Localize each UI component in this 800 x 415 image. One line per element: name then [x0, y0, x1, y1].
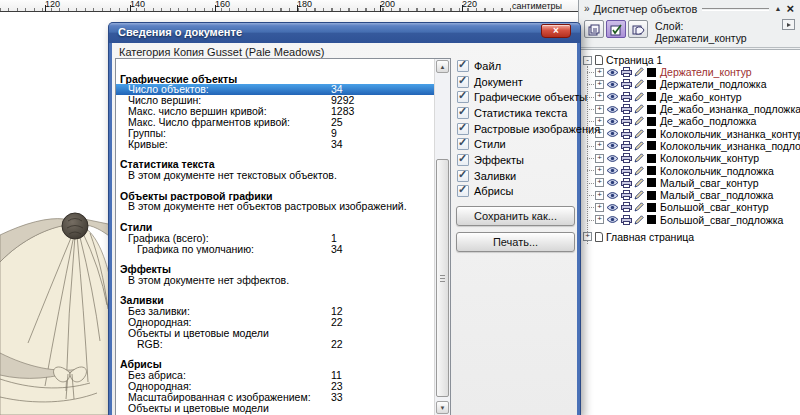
layer-row[interactable]: + Колокольчик_изнанка_ [595, 127, 800, 139]
statistics-row[interactable]: Однородная: 23 [116, 381, 434, 392]
visibility-eye-icon[interactable] [606, 80, 619, 89]
editable-pencil-icon[interactable] [634, 202, 644, 212]
layer-color-swatch[interactable] [647, 129, 656, 138]
show-object-properties-button[interactable] [584, 20, 604, 38]
statistics-row[interactable]: Объекты растровой графики [116, 191, 434, 202]
section-checkbox-row[interactable]: ✓ Эффекты [457, 152, 600, 168]
visibility-eye-icon[interactable] [606, 178, 619, 187]
layer-row[interactable]: + Колокольчик_контур [595, 152, 800, 164]
close-button[interactable]: × [541, 24, 571, 38]
statistics-row[interactable]: Макс. Число фрагментов кривой: 25 [116, 117, 434, 128]
checkbox[interactable]: ✓ [457, 91, 469, 103]
print-button[interactable]: Печать... [456, 232, 575, 252]
statistics-row[interactable]: RGB: 22 [116, 339, 434, 350]
layer-row[interactable]: + Держатели_подложка [595, 78, 800, 90]
statistics-row[interactable] [116, 286, 434, 296]
master-page-node[interactable]: + Главная страница [583, 231, 800, 243]
layer-row[interactable]: + Малый_сваг_контур [595, 177, 800, 189]
visibility-eye-icon[interactable] [606, 141, 619, 150]
statistics-row[interactable]: Число вершин: 9292 [116, 95, 434, 106]
visibility-eye-icon[interactable] [606, 68, 619, 77]
section-checkbox-row[interactable]: ✓ Заливки [457, 168, 600, 184]
checkbox[interactable]: ✓ [457, 60, 469, 72]
layer-color-swatch[interactable] [647, 178, 656, 187]
printable-printer-icon[interactable] [621, 116, 632, 126]
checkbox[interactable]: ✓ [457, 170, 469, 182]
statistics-row[interactable]: Графика по умолчанию: 34 [116, 244, 434, 255]
statistics-row[interactable]: Графические объекты [116, 74, 434, 85]
statistics-row[interactable]: Масштабированная с изображением: 33 [116, 392, 434, 403]
scroll-up-button[interactable]: ▲ [436, 60, 449, 73]
editable-pencil-icon[interactable] [634, 104, 644, 114]
layer-name[interactable]: Колокольчик_изнанка_контур [660, 128, 800, 140]
layer-color-swatch[interactable] [647, 191, 656, 200]
statistics-row[interactable]: Объекты и цветовые модели [116, 403, 434, 414]
printable-printer-icon[interactable] [621, 178, 632, 188]
flyout-button[interactable] [782, 19, 795, 30]
printable-printer-icon[interactable] [621, 67, 632, 77]
visibility-eye-icon[interactable] [606, 117, 619, 126]
layer-manager-view-button[interactable] [628, 20, 648, 38]
statistics-row[interactable]: Заливки [116, 295, 434, 306]
visibility-eye-icon[interactable] [606, 215, 619, 224]
printable-printer-icon[interactable] [621, 129, 632, 139]
section-checkbox-row[interactable]: ✓ Файл [457, 58, 600, 74]
checkbox[interactable]: ✓ [457, 154, 469, 166]
visibility-eye-icon[interactable] [606, 105, 619, 114]
printable-printer-icon[interactable] [621, 79, 632, 89]
statistics-row[interactable]: Эффекты [116, 264, 434, 275]
undock-chevrons-icon[interactable]: » [584, 4, 589, 14]
editable-pencil-icon[interactable] [634, 116, 644, 126]
layer-color-swatch[interactable] [647, 80, 656, 89]
section-checkbox-row[interactable]: ✓ Графические объекты [457, 89, 600, 105]
layer-name[interactable]: Малый_сваг_контур [660, 177, 759, 189]
statistics-row[interactable] [116, 212, 434, 222]
statistics-row[interactable]: Объекты и цветовые модели [116, 328, 434, 339]
edit-across-layers-button[interactable] [606, 20, 626, 38]
statistics-row[interactable]: Без заливки: 12 [116, 306, 434, 317]
editable-pencil-icon[interactable] [634, 166, 644, 176]
statistics-row[interactable]: Однородная: 22 [116, 317, 434, 328]
layer-color-swatch[interactable] [647, 215, 656, 224]
visibility-eye-icon[interactable] [606, 203, 619, 212]
layer-color-swatch[interactable] [647, 141, 656, 150]
checkbox[interactable]: ✓ [457, 138, 469, 150]
expand-node-icon[interactable]: + [595, 203, 604, 212]
layer-name[interactable]: Большой_сваг_подложка [660, 214, 783, 226]
layer-color-swatch[interactable] [647, 166, 656, 175]
printable-printer-icon[interactable] [621, 215, 632, 225]
listbox-scrollbar[interactable]: ▲ ▼ [434, 59, 450, 415]
checkbox[interactable]: ✓ [457, 76, 469, 88]
statistics-row[interactable]: Кривые: 34 [116, 139, 434, 150]
section-checkbox-row[interactable]: ✓ Документ [457, 74, 600, 90]
statistics-row[interactable] [116, 64, 434, 74]
expand-node-icon[interactable]: + [595, 215, 604, 224]
section-checkbox-row[interactable]: ✓ Растровые изображения [457, 121, 600, 137]
checkbox[interactable]: ✓ [457, 107, 469, 119]
statistics-row[interactable]: Графика (всего): 1 [116, 233, 434, 244]
checkbox[interactable]: ✓ [457, 185, 469, 197]
layer-row[interactable]: + Колокольчик_подложка [595, 164, 800, 176]
layer-row[interactable]: + Большой_сваг_контур [595, 201, 800, 213]
docker-close-icon[interactable]: × [786, 2, 794, 15]
dialog-titlebar[interactable]: Сведения о документе [109, 23, 580, 43]
layer-color-swatch[interactable] [647, 117, 656, 126]
layer-name[interactable]: Малый_сваг_подложка [660, 189, 773, 201]
statistics-row[interactable]: Группы: 9 [116, 128, 434, 139]
layer-row[interactable]: + Де_жабо_изнанка_подл [595, 103, 800, 115]
editable-pencil-icon[interactable] [634, 129, 644, 139]
statistics-row[interactable]: В этом документе нет объектов растровых … [116, 201, 434, 212]
printable-printer-icon[interactable] [621, 153, 632, 163]
page-node[interactable]: - Страница 1 [583, 54, 800, 66]
visibility-eye-icon[interactable] [606, 154, 619, 163]
layer-color-swatch[interactable] [647, 92, 656, 101]
editable-pencil-icon[interactable] [634, 79, 644, 89]
statistics-row[interactable] [116, 254, 434, 264]
layer-color-swatch[interactable] [647, 68, 656, 77]
printable-printer-icon[interactable] [621, 141, 632, 151]
printable-printer-icon[interactable] [621, 166, 632, 176]
statistics-row[interactable]: Число объектов: 34 [116, 84, 434, 95]
statistics-row[interactable]: Статистика текста [116, 159, 434, 170]
section-checkbox-row[interactable]: ✓ Стили [457, 136, 600, 152]
layer-row[interactable]: + Де_жабо_контур [595, 91, 800, 103]
